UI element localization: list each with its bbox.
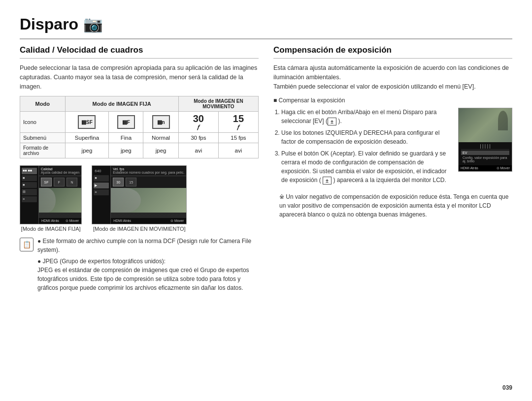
left-intro: Puede seleccionar la tasa de compresión … (20, 63, 259, 91)
table-header-modo: Modo (20, 96, 66, 112)
table-formato-avi1: avi (178, 143, 218, 158)
page-number: 039 (20, 381, 512, 391)
left-section-title: Calidad / Velocidad de cuadros (20, 45, 259, 59)
table-formato-jpeg1: jpeg (65, 143, 109, 158)
ev-scale: | | | | | (461, 144, 509, 149)
table-icon-sf: ▩SF (65, 112, 109, 133)
cam2-resolution: 640 (94, 168, 109, 174)
cam-menu-item3: ■ (22, 182, 37, 188)
screenshot2-container: 640 ■ ▶ ≡ Vel. fps Establece número cuad… (92, 165, 187, 232)
cam1-menu-title: Calidad (41, 167, 53, 171)
warning-note: Un valor negativo de compensación de exp… (273, 192, 512, 219)
ev-indicator-icon: ± (323, 177, 332, 185)
screenshot2-box: 640 ■ ▶ ≡ Vel. fps Establece número cuad… (92, 165, 187, 224)
screenshots-row: ■■ ■■ ■ ■ ⊞ ≡ Calidad Ajusta calidad de … (20, 165, 259, 232)
table-icon-15fps: 15 ƒ (218, 112, 258, 133)
right-cam-config-row: Config. valor exposición para aj. brillo (461, 155, 509, 163)
cam2-bottom: HDMI Atrás ⊙ Mover (111, 218, 186, 224)
cam2-item1: ■ (94, 175, 109, 181)
cam2-item2: ▶ (94, 183, 109, 188)
note-icon: 📋 (20, 238, 33, 251)
cam-menu-item5: ≡ (22, 196, 37, 202)
cam-menu-item4: ⊞ (22, 189, 37, 195)
table-submenu-30fps: 30 fps (178, 133, 218, 143)
table-formato-avi2: avi (218, 143, 258, 158)
right-cam-bottom: HDMI Atrás ⊙ Mover (459, 165, 512, 171)
right-screenshot-container: | | | | | EV Config. valor exposición pa… (458, 108, 512, 188)
table-submenu-fina: Fina (109, 133, 143, 143)
screenshot1-container: ■■ ■■ ■ ■ ⊞ ≡ Calidad Ajusta calidad de … (20, 165, 82, 232)
page-title-section: Disparo 📷 (20, 15, 512, 39)
page-title-text: Disparo (20, 15, 78, 33)
compensar-bullet: Compensar la exposición (273, 96, 512, 105)
ev-inline-icon: ± (328, 118, 336, 125)
table-submenu-15fps: 15 fps (218, 133, 258, 143)
right-intro1: Esta cámara ajusta automáticamente la ex… (273, 63, 512, 91)
table-submenu-superfina: Superfina (65, 133, 109, 143)
screenshot1-box: ■■ ■■ ■ ■ ⊞ ≡ Calidad Ajusta calidad de … (20, 165, 82, 224)
table-icon-n: ▩n (143, 112, 178, 133)
cam-menu-item2: ■ (22, 175, 37, 181)
table-label-icono: Icono (20, 112, 66, 133)
steps-with-screenshot: Haga clic en el botón Arriba/Abajo en el… (273, 108, 512, 188)
mode-table: Modo Modo de IMAGEN FIJA Modo de IMAGEN … (20, 96, 259, 158)
right-column: Compensación de exposición Esta cámara a… (273, 45, 512, 381)
camera-icon: 📷 (83, 15, 103, 33)
step2: Use los botones IZQUIERDA y DERECHA para… (281, 128, 453, 146)
table-icon-f: ▩F (109, 112, 143, 133)
right-section-title: Compensación de exposición (273, 45, 512, 59)
steps-list: Haga clic en el botón Arriba/Abajo en el… (273, 108, 453, 185)
cam2-menu-sub: Establece número cuadros por seg. para p… (113, 171, 184, 174)
table-header-imagen-fija: Modo de IMAGEN FIJA (65, 96, 178, 112)
note-section: 📋 ● Este formato de archivo cumple con l… (20, 237, 259, 292)
screenshot1-caption: [Modo de IMAGEN FIJA] (20, 226, 82, 232)
cam2-menu-title: Vel. fps (113, 167, 124, 171)
screenshot2-caption: [Modo de IMAGEN EN MOVIMIENTO] (92, 226, 187, 232)
table-label-formato: Formato dearchivo (20, 143, 66, 158)
note-content: ● Este formato de archivo cumple con la … (37, 237, 259, 292)
steps-text: Haga clic en el botón Arriba/Abajo en el… (273, 108, 453, 188)
cam1-menu-sub: Ajusta calidad de imagen (41, 171, 79, 174)
right-cam-ev-row: EV (461, 151, 509, 155)
table-formato-jpeg2: jpeg (109, 143, 143, 158)
table-label-submenu: Submenú (20, 133, 66, 143)
left-column: Calidad / Velocidad de cuadros Puede sel… (20, 45, 259, 381)
table-header-imagen-mov: Modo de IMAGEN ENMOVIMIENTO (178, 96, 258, 112)
page: Disparo 📷 Calidad / Velocidad de cuadros… (0, 0, 532, 401)
right-cam-box: | | | | | EV Config. valor exposición pa… (458, 108, 512, 172)
cam-menu-calidad: ■■ ■■ (22, 168, 37, 174)
table-formato-jpeg3: jpeg (143, 143, 178, 158)
step1: Haga clic en el botón Arriba/Abajo en el… (281, 108, 453, 125)
table-submenu-normal: Normal (143, 133, 178, 143)
cam2-item3: ≡ (94, 189, 109, 195)
table-icon-30fps: 30 ƒ (178, 112, 218, 133)
cam1-bottom: HDMI Atrás ⊙ Mover (39, 218, 81, 224)
content-columns: Calidad / Velocidad de cuadros Puede sel… (20, 45, 512, 381)
step3: Pulse el botón OK (Aceptar). El valor de… (281, 149, 453, 185)
